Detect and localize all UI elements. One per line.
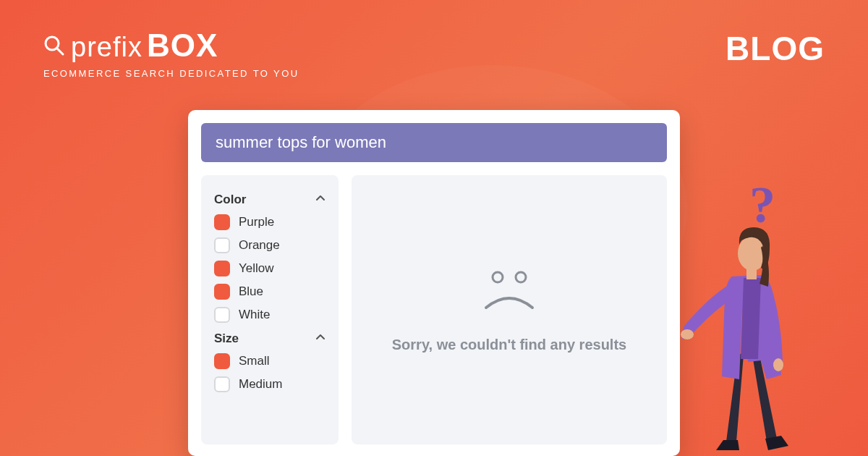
logo-box-text: BOX (147, 28, 218, 64)
filter-option[interactable]: Yellow (214, 261, 326, 276)
filters-sidebar: Color Purple Orange Yellow Blue (201, 175, 339, 444)
sad-face-icon (475, 267, 544, 316)
filter-option-label: Orange (239, 238, 280, 253)
checkbox-icon (214, 353, 230, 369)
empty-results-message: Sorry, we couldn't find any results (392, 337, 626, 353)
chevron-up-icon (315, 332, 326, 346)
filter-option[interactable]: Medium (214, 376, 326, 392)
search-icon (43, 35, 65, 59)
filter-option[interactable]: Purple (214, 214, 326, 230)
filter-option[interactable]: Orange (214, 237, 326, 253)
checkbox-icon (214, 214, 230, 230)
checkbox-icon (214, 261, 230, 276)
filter-group-header-size[interactable]: Size (214, 332, 326, 346)
logo-tagline: ECOMMERCE SEARCH DEDICATED TO YOU (43, 68, 299, 79)
results-panel: Sorry, we couldn't find any results (352, 175, 667, 444)
person-illustration (680, 217, 825, 456)
checkbox-icon (214, 237, 230, 253)
search-input[interactable]: summer tops for women (201, 123, 667, 162)
filter-option-label: Blue (239, 284, 263, 299)
filter-option-label: Small (239, 354, 270, 368)
filter-group-title: Color (214, 193, 246, 207)
filter-option-label: White (239, 308, 270, 322)
svg-line-1 (57, 48, 63, 54)
logo-prefix-text: prefix (71, 32, 142, 63)
checkbox-icon (214, 307, 230, 323)
chevron-up-icon (315, 193, 326, 207)
checkbox-icon (214, 376, 230, 392)
svg-point-2 (493, 272, 503, 282)
filter-option[interactable]: Blue (214, 284, 326, 300)
blog-heading: BLOG (726, 29, 825, 68)
filter-option-label: Yellow (239, 261, 274, 276)
brand-logo: prefix BOX ECOMMERCE SEARCH DEDICATED TO… (43, 28, 299, 79)
filter-option[interactable]: Small (214, 353, 326, 369)
filter-group-header-color[interactable]: Color (214, 193, 326, 207)
filter-option-label: Medium (239, 377, 282, 392)
checkbox-icon (214, 284, 230, 300)
svg-point-4 (681, 329, 694, 339)
svg-point-3 (516, 272, 526, 282)
filter-option-label: Purple (239, 215, 274, 229)
svg-point-5 (773, 358, 783, 371)
filter-group-title: Size (214, 332, 239, 346)
filter-option[interactable]: White (214, 307, 326, 323)
search-results-card: summer tops for women Color Purple Orang… (188, 110, 680, 456)
